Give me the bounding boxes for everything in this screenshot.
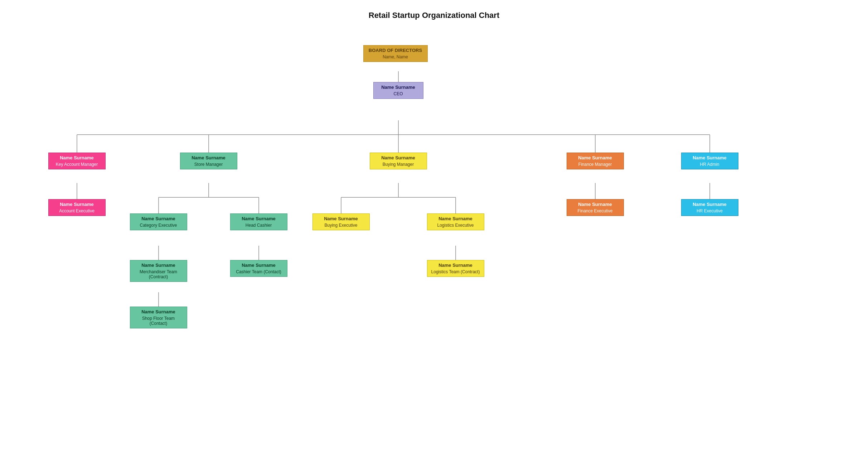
- finance-exec-node: Name Surname Finance Executive: [567, 199, 624, 216]
- merch-team-name: Name Surname: [141, 263, 175, 269]
- merch-team-role: Merchandiser Team (Contract): [133, 269, 184, 279]
- logistics-exec-node: Name Surname Logistics Executive: [427, 213, 484, 230]
- finance-mgr-name: Name Surname: [578, 155, 612, 161]
- head-cashier-node: Name Surname Head Cashier: [230, 213, 287, 230]
- head-cashier-role: Head Cashier: [246, 223, 272, 228]
- ceo-node: Name Surname CEO: [373, 82, 423, 99]
- board-node: BOARD OF DIRECTORS Name, Name: [363, 45, 428, 62]
- shop-floor-node: Name Surname Shop Floor Team (Contact): [130, 307, 187, 328]
- logistics-team-node: Name Surname Logistics Team (Contract): [427, 260, 484, 277]
- shop-floor-role: Shop Floor Team (Contact): [133, 316, 184, 326]
- acct-exec-node: Name Surname Account Executive: [48, 199, 106, 216]
- cat-exec-role: Category Executive: [140, 223, 177, 228]
- store-mgr-name: Name Surname: [191, 155, 226, 161]
- finance-mgr-role: Finance Manager: [578, 162, 612, 167]
- buying-mgr-node: Name Surname Buying Manager: [370, 153, 427, 169]
- hr-admin-name: Name Surname: [693, 155, 727, 161]
- buying-exec-node: Name Surname Buying Executive: [312, 213, 370, 230]
- cashier-team-role: Cashier Team (Contact): [236, 269, 281, 274]
- finance-exec-name: Name Surname: [578, 202, 612, 208]
- cashier-team-name: Name Surname: [242, 263, 276, 269]
- buying-exec-name: Name Surname: [324, 216, 358, 222]
- hr-exec-node: Name Surname HR Executive: [681, 199, 738, 216]
- head-cashier-name: Name Surname: [242, 216, 276, 222]
- shop-floor-name: Name Surname: [141, 309, 175, 315]
- board-name: BOARD OF DIRECTORS: [369, 48, 422, 54]
- buying-mgr-role: Buying Manager: [383, 162, 414, 167]
- hr-exec-name: Name Surname: [693, 202, 727, 208]
- page-title: Retail Startup Organizational Chart: [7, 11, 861, 20]
- kam-node: Name Surname Key Account Manager: [48, 153, 106, 169]
- logistics-exec-name: Name Surname: [438, 216, 472, 222]
- buying-mgr-name: Name Surname: [381, 155, 415, 161]
- kam-name: Name Surname: [60, 155, 94, 161]
- logistics-exec-role: Logistics Executive: [437, 223, 474, 228]
- buying-exec-role: Buying Executive: [324, 223, 357, 228]
- logistics-team-role: Logistics Team (Contract): [431, 269, 480, 274]
- store-mgr-node: Name Surname Store Manager: [180, 153, 237, 169]
- kam-role: Key Account Manager: [56, 162, 98, 167]
- merch-team-node: Name Surname Merchandiser Team (Contract…: [130, 260, 187, 282]
- cat-exec-node: Name Surname Category Executive: [130, 213, 187, 230]
- ceo-role: CEO: [393, 91, 403, 96]
- store-mgr-role: Store Manager: [194, 162, 223, 167]
- hr-admin-node: Name Surname HR Admin: [681, 153, 738, 169]
- finance-exec-role: Finance Executive: [577, 208, 612, 213]
- cashier-team-node: Name Surname Cashier Team (Contact): [230, 260, 287, 277]
- hr-exec-role: HR Executive: [697, 208, 723, 213]
- board-role: Name, Name: [383, 54, 408, 59]
- ceo-name: Name Surname: [381, 85, 415, 91]
- cat-exec-name: Name Surname: [141, 216, 175, 222]
- hr-admin-role: HR Admin: [700, 162, 719, 167]
- finance-mgr-node: Name Surname Finance Manager: [567, 153, 624, 169]
- acct-exec-role: Account Executive: [59, 208, 94, 213]
- acct-exec-name: Name Surname: [60, 202, 94, 208]
- logistics-team-name: Name Surname: [438, 263, 472, 269]
